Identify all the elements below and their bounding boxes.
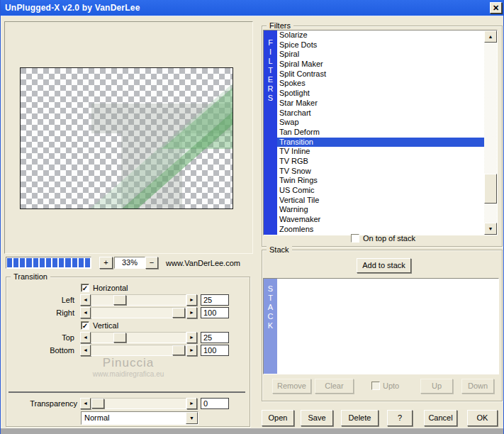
vertical-checkbox[interactable]: ✓	[81, 321, 89, 330]
transparency-left-arrow[interactable]: ◄	[80, 398, 91, 409]
on-top-of-stack-label: On top of stack	[363, 233, 415, 243]
down-button: Down	[461, 379, 494, 394]
horizontal-checkbox[interactable]: ✓	[81, 284, 89, 292]
blend-mode-dropdown[interactable]: Normal ▼	[81, 411, 198, 425]
filter-list-item[interactable]: Vertical Tile	[277, 196, 484, 206]
right-label: Right	[21, 307, 74, 318]
transparency-label: Transparency	[13, 398, 77, 409]
transparency-value[interactable]: 0	[201, 398, 229, 409]
zoom-out-button[interactable]: −	[145, 257, 158, 269]
save-button[interactable]: Save	[301, 410, 333, 426]
window-title: UnPlugged-X v2.0 by VanDerLee	[1, 3, 140, 13]
filter-list-item[interactable]: US Comic	[277, 186, 484, 196]
progress-segment	[46, 258, 51, 267]
right-slider[interactable]	[91, 307, 186, 318]
transparency-right-arrow[interactable]: ►	[186, 398, 197, 409]
progress-segment	[79, 258, 84, 267]
vertical-checkbox-label: Vertical	[93, 321, 118, 330]
right-slider-thumb[interactable]	[172, 308, 185, 318]
clear-button: Clear	[315, 379, 354, 394]
open-button[interactable]: Open	[262, 410, 294, 426]
bottom-slider-thumb[interactable]	[172, 345, 185, 355]
filter-list-item[interactable]: Warning	[277, 205, 484, 215]
stack-list-container: STACK	[263, 278, 499, 374]
filters-scrollbar[interactable]: ▲ ▼	[484, 30, 497, 235]
filter-list-item[interactable]: TV Snow	[277, 167, 484, 177]
left-slider[interactable]	[91, 294, 186, 306]
filter-list-item[interactable]: Spotlight	[277, 89, 484, 99]
watermark-site: www.maidiregrafica.eu	[40, 370, 217, 378]
filter-list-item[interactable]: Starchart	[277, 108, 484, 118]
filter-list-item[interactable]: Tan Deform	[277, 128, 484, 138]
upto-checkbox	[371, 382, 380, 390]
left-right-arrow[interactable]: ►	[186, 294, 197, 306]
bottom-left-arrow[interactable]: ◄	[80, 345, 91, 356]
right-left-arrow[interactable]: ◄	[80, 307, 91, 318]
top-slider-thumb[interactable]	[113, 333, 126, 343]
scroll-down-icon[interactable]: ▼	[484, 223, 497, 235]
close-icon[interactable]: ✕	[490, 2, 502, 13]
ok-button[interactable]: OK	[467, 410, 498, 426]
progress-segment	[52, 258, 57, 267]
stack-list[interactable]	[277, 279, 498, 374]
chevron-down-icon[interactable]: ▼	[186, 412, 198, 424]
right-value[interactable]: 100	[201, 307, 229, 318]
filter-list-item[interactable]: TV RGB	[277, 157, 484, 167]
blend-mode-value: Normal	[84, 413, 109, 422]
progress-segment	[33, 258, 38, 267]
progress-segment	[65, 258, 70, 267]
filter-list-item[interactable]: TV Inline	[277, 147, 484, 157]
left-left-arrow[interactable]: ◄	[80, 294, 91, 306]
cancel-button[interactable]: Cancel	[424, 410, 457, 426]
filter-list-item[interactable]: Spokes	[277, 79, 484, 89]
filter-list-item[interactable]: Transition	[277, 138, 484, 148]
remove-button: Remove	[272, 379, 311, 394]
bottom-slider[interactable]	[91, 345, 186, 356]
top-right-arrow[interactable]: ►	[186, 332, 197, 343]
titlebar[interactable]: UnPlugged-X v2.0 by VanDerLee ✕	[1, 0, 504, 16]
filter-list-item[interactable]: Solarize	[277, 30, 484, 40]
filters-list[interactable]: SolarizeSpice DotsSpiralSpiral MakerSpli…	[277, 30, 484, 235]
add-to-stack-button[interactable]: Add to stack	[357, 258, 411, 273]
transparency-slider[interactable]	[91, 398, 186, 409]
transparency-slider-thumb[interactable]	[91, 399, 104, 408]
filters-group-label: Filters	[267, 21, 293, 30]
filter-list-item[interactable]: Spiral Maker	[277, 60, 484, 69]
side-label-letter: R	[264, 84, 277, 94]
scroll-up-icon[interactable]: ▲	[484, 30, 497, 43]
top-value[interactable]: 25	[201, 332, 229, 343]
progress-segment	[20, 258, 25, 267]
side-label-letter: C	[264, 312, 277, 321]
progress-segment	[26, 258, 31, 267]
left-slider-thumb[interactable]	[113, 295, 126, 305]
filter-list-item[interactable]: Split Contrast	[277, 69, 484, 79]
top-slider[interactable]	[91, 332, 186, 343]
filter-list-item[interactable]: Twin Rings	[277, 176, 484, 186]
upto-checkbox-label: Upto	[383, 381, 399, 391]
filter-list-item[interactable]: Swap	[277, 118, 484, 128]
top-left-arrow[interactable]: ◄	[80, 332, 91, 343]
help-button[interactable]: ?	[387, 410, 413, 426]
on-top-of-stack-checkbox[interactable]	[351, 234, 359, 243]
preview-image[interactable]	[20, 67, 233, 209]
progress-segment	[13, 258, 18, 267]
vendor-link[interactable]: www.VanDerLee.com	[166, 259, 240, 267]
filter-list-item[interactable]: Star Maker	[277, 99, 484, 108]
bottom-right-arrow[interactable]: ►	[186, 345, 197, 356]
right-right-arrow[interactable]: ►	[186, 307, 197, 318]
filter-list-item[interactable]: Spice Dots	[277, 40, 484, 50]
side-label-letter: S	[264, 94, 277, 103]
filter-list-item[interactable]: Wavemaker	[277, 215, 484, 225]
top-label: Top	[21, 332, 74, 343]
progress-bar	[6, 257, 91, 269]
zoom-in-button[interactable]: +	[99, 257, 113, 269]
bottom-value[interactable]: 100	[201, 345, 229, 356]
delete-button[interactable]: Delete	[341, 410, 379, 426]
filter-list-item[interactable]: Spiral	[277, 50, 484, 60]
filters-side-label: FILTERS	[264, 30, 277, 235]
left-value[interactable]: 25	[201, 294, 229, 306]
progress-segment	[72, 258, 77, 267]
transition-group-label: Transition	[11, 272, 50, 282]
filters-list-container: FILTERS SolarizeSpice DotsSpiralSpiral M…	[263, 30, 498, 235]
scrollbar-thumb[interactable]	[484, 174, 497, 204]
